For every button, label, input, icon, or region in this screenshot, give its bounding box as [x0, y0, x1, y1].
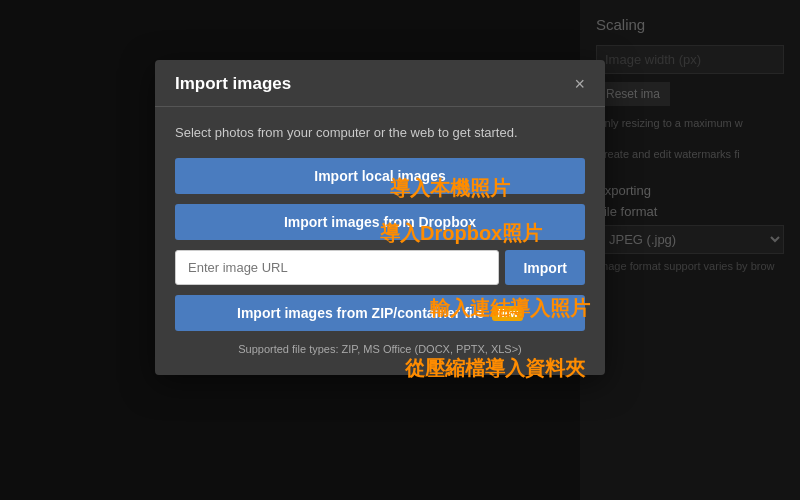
modal-subtitle: Select photos from your computer or the …: [175, 125, 585, 140]
url-input-field[interactable]: [175, 250, 499, 285]
import-local-button[interactable]: Import local images: [175, 158, 585, 194]
url-import-row: Import: [175, 250, 585, 285]
supported-types-text: Supported file types: ZIP, MS Office (DO…: [175, 343, 585, 355]
annotation-local: 導入本機照片: [390, 175, 510, 202]
annotation-zip: 從壓縮檔導入資料夾: [405, 355, 585, 382]
annotation-url: 輸入連結導入照片: [430, 295, 590, 322]
url-import-button[interactable]: Import: [505, 250, 585, 285]
import-images-modal: Import images × Select photos from your …: [155, 60, 605, 375]
modal-title: Import images: [175, 74, 291, 94]
annotation-dropbox: 導入Dropbox照片: [380, 220, 542, 247]
modal-close-button[interactable]: ×: [574, 75, 585, 93]
modal-header: Import images ×: [155, 60, 605, 107]
